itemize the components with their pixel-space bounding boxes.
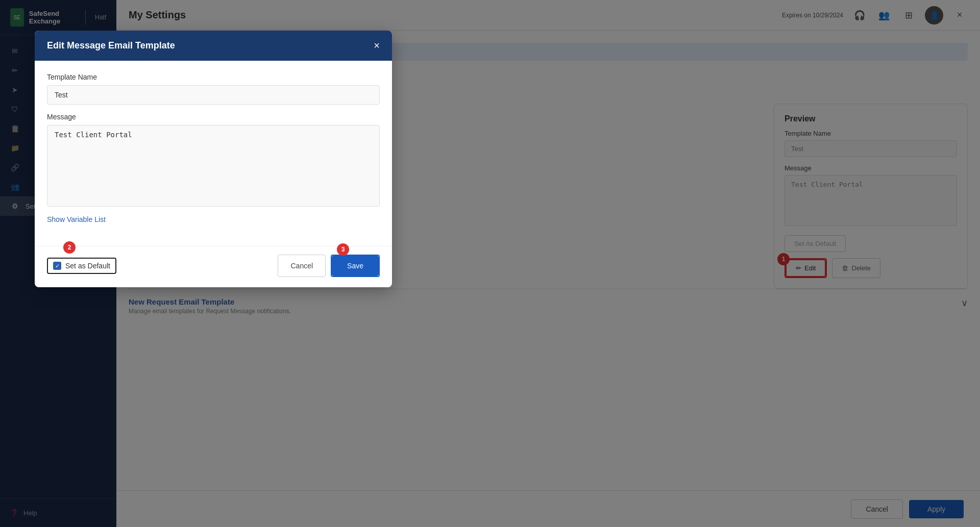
template-name-input[interactable]	[47, 85, 380, 105]
set-default-label: Set as Default	[65, 262, 110, 270]
set-default-checkbox[interactable]: ✓	[53, 262, 61, 270]
message-textarea[interactable]: Test Client Portal	[47, 125, 380, 207]
show-variable-list-link[interactable]: Show Variable List	[47, 215, 106, 223]
modal-body: Template Name Message Test Client Portal…	[35, 61, 392, 246]
modal-save-button[interactable]: Save	[332, 256, 379, 276]
badge-3: 3	[337, 243, 349, 256]
modal-header: Edit Message Email Template ×	[35, 31, 392, 61]
edit-message-modal: Edit Message Email Template × Template N…	[35, 31, 392, 287]
modal-cancel-button[interactable]: Cancel	[278, 255, 326, 277]
modal-footer: 2 ✓ Set as Default 3 Cancel Save	[35, 246, 392, 287]
checkmark-icon: ✓	[55, 263, 60, 269]
badge-2: 2	[63, 241, 76, 254]
modal-close-button[interactable]: ×	[374, 40, 380, 52]
modal-title: Edit Message Email Template	[47, 40, 175, 51]
message-label: Message	[47, 113, 380, 121]
modal-footer-buttons: 3 Cancel Save	[278, 255, 380, 277]
template-name-label: Template Name	[47, 73, 380, 81]
set-default-row: ✓ Set as Default	[53, 262, 110, 270]
